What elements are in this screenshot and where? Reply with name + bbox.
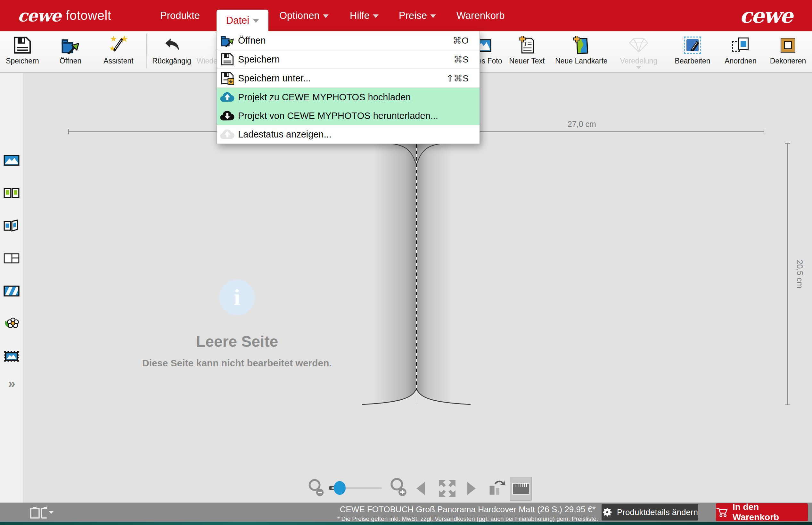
desktop-edge — [0, 522, 812, 525]
ruler-tick — [764, 129, 764, 134]
fit-view-button[interactable] — [438, 479, 456, 499]
page-height-label: 20,5 cm — [795, 260, 804, 288]
sidebar-item-page-layouts[interactable] — [0, 181, 23, 205]
add-to-cart-button[interactable]: In den Warenkorb — [716, 503, 808, 521]
embellishment-button: Veredelung — [610, 34, 668, 71]
height-ruler-line — [787, 143, 788, 405]
file-menu-dropdown: Öffnen ⌘O Speichern ⌘S Speichern unter..… — [217, 31, 480, 144]
status-bar: CEWE FOTOBUCH Groß Panorama Hardcover Ma… — [0, 502, 812, 522]
undo-icon — [162, 34, 181, 57]
menu-item-save[interactable]: Speichern ⌘S — [217, 50, 480, 69]
zoom-in-button[interactable] — [388, 476, 410, 500]
sidebar-item-pages[interactable] — [0, 214, 23, 237]
rotate-view-button[interactable] — [487, 478, 505, 498]
menu-item-open[interactable]: Öffnen ⌘O — [217, 31, 480, 50]
open-icon — [61, 34, 80, 57]
flower-clipart-icon — [3, 317, 19, 330]
book-pages-icon — [3, 220, 19, 232]
menu-item-load-status[interactable]: Ladestatus anzeigen... — [217, 125, 480, 144]
empty-page-subtitle: Diese Seite kann nicht bearbeitet werden… — [109, 358, 365, 369]
ruler-tick — [785, 143, 790, 144]
new-text-button[interactable]: T Neuer Text — [498, 34, 556, 71]
assistant-button[interactable]: Assistent — [90, 34, 147, 71]
diamond-icon — [629, 34, 649, 57]
ruler-toggle-button[interactable] — [510, 477, 532, 501]
sidebar-item-layouts[interactable] — [0, 247, 23, 270]
sidebar-item-frames[interactable] — [0, 345, 23, 368]
empty-page-title: Leere Seite — [141, 333, 333, 350]
decorate-button[interactable]: Dekorieren — [759, 34, 812, 71]
left-sidebar: » — [0, 72, 24, 502]
app-header: cewe fotowelt Produkte Optionen Hilfe Pr… — [0, 0, 812, 31]
chevron-down-icon — [323, 14, 329, 18]
ruler-tick — [785, 404, 790, 405]
chevron-down-icon — [636, 66, 641, 69]
page-view-selector[interactable] — [29, 505, 57, 522]
menu-hilfe[interactable]: Hilfe — [350, 0, 379, 31]
cart-icon — [716, 507, 728, 517]
save-icon — [13, 34, 32, 57]
info-icon: i — [219, 280, 255, 315]
menu-item-download-project[interactable]: Projekt von CEWE MYPHOTOS herunterladen.… — [217, 106, 480, 125]
zoom-out-button[interactable] — [306, 478, 327, 500]
brand-script-text: cewe — [18, 6, 61, 25]
undo-button[interactable]: Rückgängig — [143, 34, 201, 71]
save-icon — [217, 52, 238, 66]
stamp-frame-icon — [3, 350, 19, 362]
next-page-button[interactable] — [467, 482, 476, 495]
cloud-download-icon — [217, 110, 238, 121]
magnifier-minus-icon — [306, 478, 327, 499]
sidebar-item-backgrounds[interactable] — [0, 280, 23, 303]
open-icon — [217, 33, 238, 47]
sidebar-expand-button[interactable]: » — [0, 372, 23, 395]
cewe-logo: cewe — [740, 0, 793, 31]
svg-text:T: T — [524, 41, 527, 47]
rotate-pages-icon — [487, 478, 505, 497]
zoom-slider-knob[interactable] — [334, 481, 346, 495]
chevron-right-double-icon: » — [8, 376, 14, 391]
menu-item-save-as[interactable]: Speichern unter... ⇧⌘S — [217, 69, 480, 88]
arrange-icon — [732, 34, 749, 57]
chevron-down-icon — [430, 14, 436, 18]
new-map-icon — [573, 34, 590, 57]
cloud-upload-icon — [217, 91, 238, 103]
menu-warenkorb[interactable]: Warenkorb — [456, 0, 504, 31]
spread-layout-icon — [3, 187, 19, 199]
magnifier-plus-icon — [388, 476, 410, 499]
menu-item-upload-project[interactable]: Projekt zu CEWE MYPHOTOS hochladen — [217, 88, 480, 106]
chevron-down-icon — [373, 14, 379, 18]
save-as-icon — [217, 72, 238, 85]
menu-datei[interactable]: Datei — [217, 10, 268, 31]
new-text-icon: T — [518, 34, 536, 57]
layout-grid-icon — [3, 253, 19, 264]
expand-arrows-icon — [438, 479, 456, 497]
menu-optionen[interactable]: Optionen — [279, 0, 329, 31]
photos-icon — [3, 154, 19, 166]
menu-produkte[interactable]: Produkte — [160, 0, 200, 31]
menu-preise[interactable]: Preise — [399, 0, 436, 31]
sidebar-item-photos[interactable] — [0, 149, 23, 172]
page-width-label: 27,0 cm — [567, 120, 596, 129]
gear-icon — [602, 507, 613, 518]
chevron-down-icon — [49, 511, 54, 514]
new-map-button[interactable]: Neue Landkarte — [552, 34, 610, 71]
frame-icon — [781, 34, 795, 57]
brand-product-text: fotowelt — [66, 8, 111, 23]
edit-icon — [684, 34, 701, 57]
brand-logo: cewe fotowelt — [18, 0, 111, 31]
backgrounds-icon — [3, 285, 19, 297]
magic-wand-icon — [109, 34, 128, 57]
change-product-details-button[interactable]: Produktdetails ändern — [602, 504, 698, 521]
sidebar-item-cliparts[interactable] — [0, 312, 23, 335]
cloud-status-icon — [217, 129, 238, 140]
previous-page-button[interactable] — [417, 482, 425, 495]
chevron-down-icon — [253, 19, 259, 23]
ruler-tick — [68, 129, 69, 134]
ruler-icon — [512, 483, 530, 495]
